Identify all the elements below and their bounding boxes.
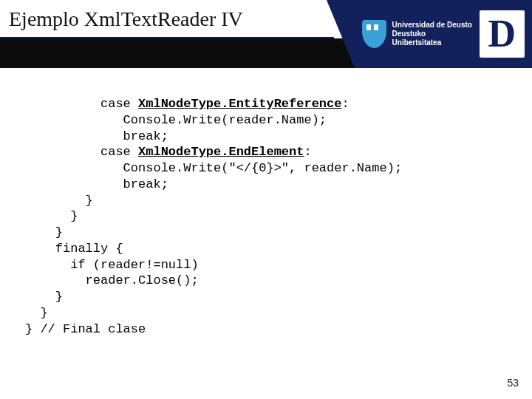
code-line: } — [25, 194, 93, 208]
code-keyword: XmlNodeType.EntityReference — [138, 97, 341, 111]
code-text: : — [304, 145, 311, 159]
logo-letter: D — [480, 10, 525, 58]
code-text: case — [25, 145, 138, 159]
slide: Ejemplo XmlTextReader IV Universidad de … — [0, 0, 532, 399]
code-text: case — [25, 97, 138, 111]
code-line: } — [25, 306, 48, 320]
code-line: finally { — [25, 242, 123, 256]
code-line: case XmlNodeType.EndElement: — [25, 145, 312, 159]
logo-inner: Universidad de Deusto Deustuko Unibertsi… — [362, 6, 525, 62]
code-line: break; — [25, 129, 168, 143]
shield-icon — [362, 20, 386, 48]
code-line: case XmlNodeType.EntityReference: — [25, 97, 349, 111]
code-line: reader.Close(); — [25, 273, 199, 287]
code-text: : — [341, 97, 349, 111]
code-line: Console.Write("</{0}>", reader.Name); — [25, 161, 402, 175]
code-line: } — [25, 290, 63, 304]
code-keyword: XmlNodeType.EndElement — [138, 145, 304, 159]
code-block: case XmlNodeType.EntityReference: Consol… — [25, 96, 402, 337]
header: Ejemplo XmlTextReader IV Universidad de … — [0, 0, 532, 48]
code-line: } — [25, 225, 63, 239]
code-line: if (reader!=null) — [25, 258, 199, 272]
logo-text: Universidad de Deusto Deustuko Unibertsi… — [392, 21, 474, 47]
page-number: 53 — [507, 377, 519, 389]
code-line: } — [25, 209, 78, 223]
code-line: Console.Write(reader.Name); — [25, 113, 327, 127]
logo-line2: Deustuko Unibertsitatea — [392, 30, 474, 47]
slide-title: Ejemplo XmlTextReader IV — [9, 7, 243, 31]
logo-wedge — [327, 0, 355, 68]
code-line: break; — [25, 177, 168, 191]
university-logo: Universidad de Deusto Deustuko Unibertsi… — [355, 0, 532, 68]
code-line: } // Final clase — [25, 322, 146, 336]
logo-line1: Universidad de Deusto — [392, 21, 474, 30]
